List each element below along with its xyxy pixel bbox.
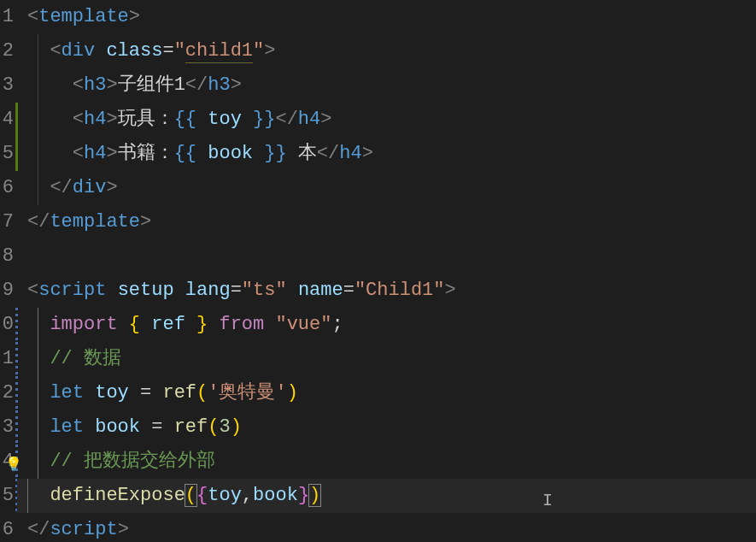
text-cursor-icon: I	[542, 486, 553, 516]
line-number: 3	[0, 68, 14, 103]
code-content[interactable]: <template> <div class="child1"> <h3>子组件1…	[17, 0, 756, 542]
line-number: 6	[0, 171, 14, 205]
code-line[interactable]: <div class="child1">	[27, 34, 756, 68]
code-line[interactable]: </script>	[27, 513, 756, 542]
lightbulb-icon[interactable]: 💡	[5, 453, 22, 478]
code-line[interactable]: <template>	[27, 0, 756, 34]
line-number: 8	[0, 239, 14, 274]
code-line[interactable]: let toy = ref('奥特曼')	[27, 376, 756, 410]
code-line[interactable]: <h4>玩具：{{ toy }}</h4>	[27, 103, 756, 137]
line-number: 2	[0, 376, 14, 410]
line-number: 3	[0, 410, 14, 445]
code-line[interactable]: // 数据	[27, 342, 756, 376]
line-number: 0	[0, 308, 14, 342]
code-line[interactable]: <script setup lang="ts" name="Child1">	[27, 274, 756, 308]
line-number: 7	[0, 205, 14, 239]
code-line[interactable]	[27, 239, 756, 274]
code-line[interactable]: </template>	[27, 205, 756, 239]
line-number: 1	[0, 342, 14, 376]
code-line[interactable]: <h4>书籍：{{ book }} 本</h4>	[27, 137, 756, 171]
line-number: 2	[0, 34, 14, 68]
code-line[interactable]: </div>	[27, 171, 756, 205]
line-number: 5	[0, 479, 14, 513]
code-editor[interactable]: 1 2 3 4 5 6 7 8 9 0 1 2 3 4 5 6 <templat…	[0, 0, 756, 542]
code-line[interactable]: <h3>子组件1</h3>	[27, 68, 756, 103]
line-number: 4	[0, 103, 14, 137]
line-number: 5	[0, 137, 14, 171]
code-line[interactable]: let book = ref(3)	[27, 410, 756, 445]
line-number: 6	[0, 513, 14, 542]
line-number: 9	[0, 274, 14, 308]
line-number: 1	[0, 0, 14, 34]
code-line-active[interactable]: defineExpose({toy,book})I	[17, 479, 756, 513]
code-line[interactable]: 💡 // 把数据交给外部	[27, 445, 756, 479]
code-line[interactable]: import { ref } from "vue";	[27, 308, 756, 342]
